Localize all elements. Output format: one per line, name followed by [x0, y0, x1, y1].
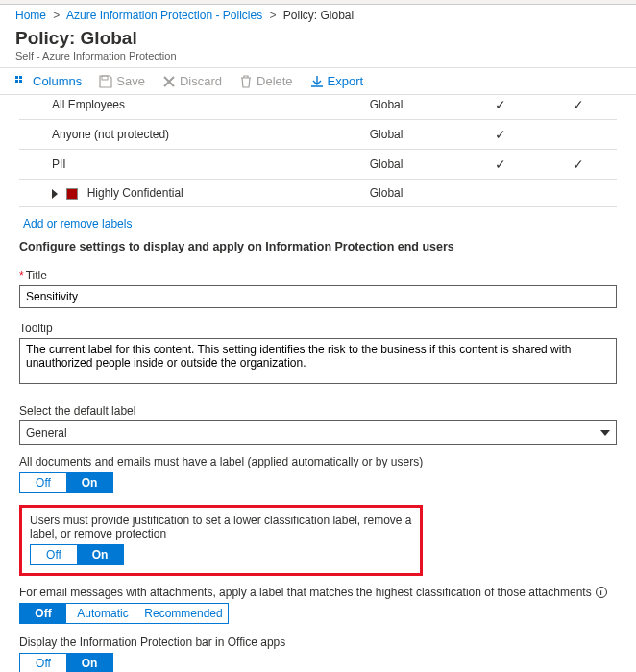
table-row[interactable]: All Employees Global ✓ ✓ — [19, 90, 617, 120]
table-row[interactable]: Anyone (not protected) Global ✓ — [19, 120, 617, 150]
table-row-expandable[interactable]: Highly Confidential Global — [19, 180, 617, 207]
check-icon: ✓ — [539, 90, 617, 120]
toggle-recommended[interactable]: Recommended — [139, 604, 228, 623]
label-scope: Global — [366, 150, 462, 180]
svg-rect-5 — [15, 80, 18, 83]
table-row[interactable]: PII Global ✓ ✓ — [19, 150, 617, 180]
toggle-off[interactable]: Off — [20, 473, 66, 492]
tooltip-textarea[interactable] — [19, 338, 617, 384]
setting-text: Display the Information Protection bar i… — [19, 636, 617, 649]
label-scope: Global — [366, 90, 462, 120]
setting-text: For email messages with attachments, app… — [19, 586, 617, 599]
breadcrumb-current: Policy: Global — [283, 9, 354, 22]
toggle-on[interactable]: On — [77, 545, 123, 564]
page-header: Policy: Global Self - Azure Information … — [0, 26, 636, 67]
label-color-swatch — [66, 188, 78, 200]
content-scroll[interactable]: All Employees Global ✓ ✓ Anyone (not pro… — [0, 86, 636, 672]
section-heading: Configure settings to display and apply … — [19, 238, 617, 263]
label-scope: Global — [366, 180, 462, 207]
chevron-down-icon — [600, 430, 610, 436]
label-name: Anyone (not protected) — [19, 120, 366, 150]
labels-table: All Employees Global ✓ ✓ Anyone (not pro… — [19, 90, 617, 207]
breadcrumb-home[interactable]: Home — [15, 9, 46, 22]
setting-text: All documents and emails must have a lab… — [19, 455, 617, 468]
breadcrumb-sep: > — [269, 9, 276, 22]
setting-attachments: For email messages with attachments, app… — [19, 586, 617, 624]
empty-cell — [461, 180, 539, 207]
label-name: PII — [19, 150, 366, 180]
page-title: Policy: Global — [15, 28, 621, 49]
toggle-mandatory[interactable]: Off On — [19, 472, 113, 493]
svg-rect-4 — [19, 76, 22, 79]
label-name: All Employees — [19, 90, 366, 120]
toggle-automatic[interactable]: Automatic — [66, 604, 139, 623]
setting-display-bar: Display the Information Protection bar i… — [19, 636, 617, 672]
check-icon: ✓ — [461, 120, 539, 150]
check-icon: ✓ — [539, 150, 617, 180]
svg-rect-3 — [15, 76, 18, 79]
add-remove-labels-link[interactable]: Add or remove labels — [19, 213, 132, 238]
label-scope: Global — [366, 120, 462, 150]
toggle-attachments[interactable]: Off Automatic Recommended — [19, 603, 229, 624]
empty-cell — [539, 120, 617, 150]
info-icon[interactable]: i — [596, 587, 607, 598]
svg-rect-6 — [19, 80, 22, 83]
highlighted-setting: Users must provide justification to set … — [19, 505, 423, 576]
title-input[interactable] — [19, 285, 617, 308]
breadcrumb-policies[interactable]: Azure Information Protection - Policies — [66, 9, 262, 22]
check-icon: ✓ — [461, 150, 539, 180]
toggle-off[interactable]: Off — [20, 654, 66, 672]
breadcrumb: Home > Azure Information Protection - Po… — [0, 5, 636, 26]
toggle-justification[interactable]: Off On — [30, 544, 124, 565]
toggle-on[interactable]: On — [66, 654, 112, 672]
label-text: Highly Confidential — [87, 186, 183, 200]
default-label-field-label: Select the default label — [19, 404, 617, 418]
setting-mandatory-label: All documents and emails must have a lab… — [19, 455, 617, 493]
default-label-value: General — [26, 426, 67, 440]
toggle-off[interactable]: Off — [20, 604, 66, 623]
check-icon: ✓ — [461, 90, 539, 120]
tooltip-field-label: Tooltip — [19, 322, 617, 335]
empty-cell — [539, 180, 617, 207]
title-field-label: *Title — [19, 269, 617, 282]
toggle-on[interactable]: On — [66, 473, 112, 492]
label-name: Highly Confidential — [19, 180, 366, 207]
setting-text: Users must provide justification to set … — [30, 514, 412, 540]
page-subtitle: Self - Azure Information Protection — [15, 50, 621, 61]
default-label-select[interactable]: General — [19, 420, 617, 445]
breadcrumb-sep: > — [53, 9, 60, 22]
expand-icon[interactable] — [52, 189, 58, 199]
toggle-display-bar[interactable]: Off On — [19, 653, 113, 672]
toggle-off[interactable]: Off — [31, 545, 77, 564]
